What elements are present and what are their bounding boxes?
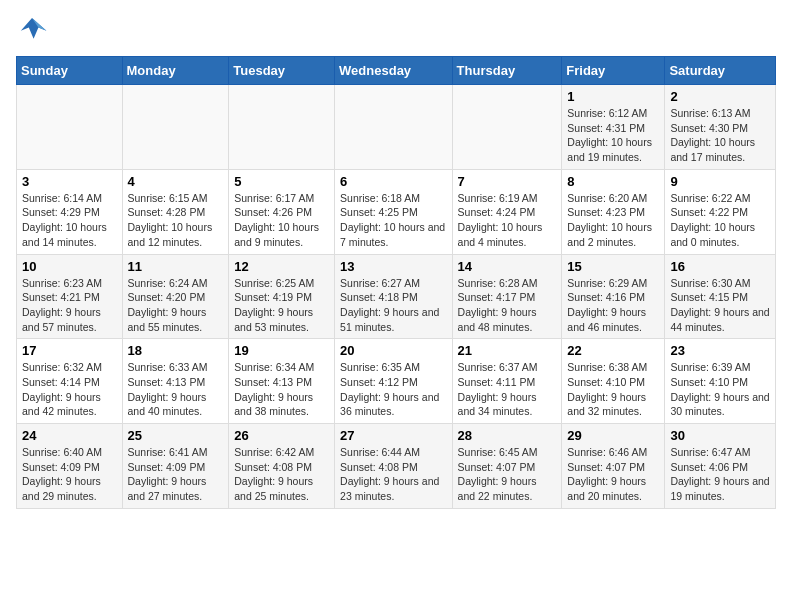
calendar-cell bbox=[452, 85, 562, 170]
day-number: 24 bbox=[22, 428, 117, 443]
day-info: Sunrise: 6:22 AM Sunset: 4:22 PM Dayligh… bbox=[670, 191, 770, 250]
day-info: Sunrise: 6:30 AM Sunset: 4:15 PM Dayligh… bbox=[670, 276, 770, 335]
calendar-cell: 7Sunrise: 6:19 AM Sunset: 4:24 PM Daylig… bbox=[452, 169, 562, 254]
calendar-row: 3Sunrise: 6:14 AM Sunset: 4:29 PM Daylig… bbox=[17, 169, 776, 254]
day-info: Sunrise: 6:32 AM Sunset: 4:14 PM Dayligh… bbox=[22, 360, 117, 419]
calendar-cell bbox=[335, 85, 453, 170]
calendar-cell: 16Sunrise: 6:30 AM Sunset: 4:15 PM Dayli… bbox=[665, 254, 776, 339]
calendar-cell: 17Sunrise: 6:32 AM Sunset: 4:14 PM Dayli… bbox=[17, 339, 123, 424]
col-header-wednesday: Wednesday bbox=[335, 57, 453, 85]
day-info: Sunrise: 6:46 AM Sunset: 4:07 PM Dayligh… bbox=[567, 445, 659, 504]
calendar-cell bbox=[229, 85, 335, 170]
day-info: Sunrise: 6:29 AM Sunset: 4:16 PM Dayligh… bbox=[567, 276, 659, 335]
day-info: Sunrise: 6:38 AM Sunset: 4:10 PM Dayligh… bbox=[567, 360, 659, 419]
day-info: Sunrise: 6:25 AM Sunset: 4:19 PM Dayligh… bbox=[234, 276, 329, 335]
day-number: 7 bbox=[458, 174, 557, 189]
day-number: 15 bbox=[567, 259, 659, 274]
day-number: 4 bbox=[128, 174, 224, 189]
day-number: 6 bbox=[340, 174, 447, 189]
day-info: Sunrise: 6:12 AM Sunset: 4:31 PM Dayligh… bbox=[567, 106, 659, 165]
calendar-cell: 13Sunrise: 6:27 AM Sunset: 4:18 PM Dayli… bbox=[335, 254, 453, 339]
day-info: Sunrise: 6:39 AM Sunset: 4:10 PM Dayligh… bbox=[670, 360, 770, 419]
day-number: 8 bbox=[567, 174, 659, 189]
day-number: 3 bbox=[22, 174, 117, 189]
calendar-cell: 30Sunrise: 6:47 AM Sunset: 4:06 PM Dayli… bbox=[665, 424, 776, 509]
calendar-row: 10Sunrise: 6:23 AM Sunset: 4:21 PM Dayli… bbox=[17, 254, 776, 339]
header bbox=[16, 16, 776, 44]
calendar-cell: 6Sunrise: 6:18 AM Sunset: 4:25 PM Daylig… bbox=[335, 169, 453, 254]
day-info: Sunrise: 6:47 AM Sunset: 4:06 PM Dayligh… bbox=[670, 445, 770, 504]
day-info: Sunrise: 6:45 AM Sunset: 4:07 PM Dayligh… bbox=[458, 445, 557, 504]
header-row: SundayMondayTuesdayWednesdayThursdayFrid… bbox=[17, 57, 776, 85]
day-info: Sunrise: 6:19 AM Sunset: 4:24 PM Dayligh… bbox=[458, 191, 557, 250]
day-info: Sunrise: 6:14 AM Sunset: 4:29 PM Dayligh… bbox=[22, 191, 117, 250]
calendar-cell: 3Sunrise: 6:14 AM Sunset: 4:29 PM Daylig… bbox=[17, 169, 123, 254]
day-number: 21 bbox=[458, 343, 557, 358]
calendar-cell: 19Sunrise: 6:34 AM Sunset: 4:13 PM Dayli… bbox=[229, 339, 335, 424]
calendar-cell: 27Sunrise: 6:44 AM Sunset: 4:08 PM Dayli… bbox=[335, 424, 453, 509]
day-number: 11 bbox=[128, 259, 224, 274]
calendar-cell: 23Sunrise: 6:39 AM Sunset: 4:10 PM Dayli… bbox=[665, 339, 776, 424]
calendar-cell: 21Sunrise: 6:37 AM Sunset: 4:11 PM Dayli… bbox=[452, 339, 562, 424]
day-info: Sunrise: 6:18 AM Sunset: 4:25 PM Dayligh… bbox=[340, 191, 447, 250]
calendar-cell: 25Sunrise: 6:41 AM Sunset: 4:09 PM Dayli… bbox=[122, 424, 229, 509]
day-number: 17 bbox=[22, 343, 117, 358]
day-info: Sunrise: 6:17 AM Sunset: 4:26 PM Dayligh… bbox=[234, 191, 329, 250]
calendar-cell: 29Sunrise: 6:46 AM Sunset: 4:07 PM Dayli… bbox=[562, 424, 665, 509]
day-info: Sunrise: 6:44 AM Sunset: 4:08 PM Dayligh… bbox=[340, 445, 447, 504]
col-header-thursday: Thursday bbox=[452, 57, 562, 85]
day-info: Sunrise: 6:33 AM Sunset: 4:13 PM Dayligh… bbox=[128, 360, 224, 419]
day-number: 27 bbox=[340, 428, 447, 443]
day-info: Sunrise: 6:37 AM Sunset: 4:11 PM Dayligh… bbox=[458, 360, 557, 419]
day-number: 22 bbox=[567, 343, 659, 358]
day-info: Sunrise: 6:24 AM Sunset: 4:20 PM Dayligh… bbox=[128, 276, 224, 335]
calendar-cell: 18Sunrise: 6:33 AM Sunset: 4:13 PM Dayli… bbox=[122, 339, 229, 424]
calendar-cell: 28Sunrise: 6:45 AM Sunset: 4:07 PM Dayli… bbox=[452, 424, 562, 509]
day-number: 26 bbox=[234, 428, 329, 443]
calendar-cell: 2Sunrise: 6:13 AM Sunset: 4:30 PM Daylig… bbox=[665, 85, 776, 170]
col-header-tuesday: Tuesday bbox=[229, 57, 335, 85]
day-info: Sunrise: 6:35 AM Sunset: 4:12 PM Dayligh… bbox=[340, 360, 447, 419]
day-info: Sunrise: 6:28 AM Sunset: 4:17 PM Dayligh… bbox=[458, 276, 557, 335]
day-number: 13 bbox=[340, 259, 447, 274]
calendar-cell: 20Sunrise: 6:35 AM Sunset: 4:12 PM Dayli… bbox=[335, 339, 453, 424]
day-number: 10 bbox=[22, 259, 117, 274]
calendar-cell: 24Sunrise: 6:40 AM Sunset: 4:09 PM Dayli… bbox=[17, 424, 123, 509]
calendar-cell: 5Sunrise: 6:17 AM Sunset: 4:26 PM Daylig… bbox=[229, 169, 335, 254]
day-info: Sunrise: 6:27 AM Sunset: 4:18 PM Dayligh… bbox=[340, 276, 447, 335]
day-number: 14 bbox=[458, 259, 557, 274]
day-number: 12 bbox=[234, 259, 329, 274]
col-header-friday: Friday bbox=[562, 57, 665, 85]
day-number: 5 bbox=[234, 174, 329, 189]
calendar-cell: 26Sunrise: 6:42 AM Sunset: 4:08 PM Dayli… bbox=[229, 424, 335, 509]
day-number: 16 bbox=[670, 259, 770, 274]
day-info: Sunrise: 6:34 AM Sunset: 4:13 PM Dayligh… bbox=[234, 360, 329, 419]
day-number: 19 bbox=[234, 343, 329, 358]
day-info: Sunrise: 6:41 AM Sunset: 4:09 PM Dayligh… bbox=[128, 445, 224, 504]
calendar-cell: 14Sunrise: 6:28 AM Sunset: 4:17 PM Dayli… bbox=[452, 254, 562, 339]
calendar-cell: 4Sunrise: 6:15 AM Sunset: 4:28 PM Daylig… bbox=[122, 169, 229, 254]
calendar-row: 1Sunrise: 6:12 AM Sunset: 4:31 PM Daylig… bbox=[17, 85, 776, 170]
logo-icon bbox=[16, 16, 48, 44]
col-header-saturday: Saturday bbox=[665, 57, 776, 85]
calendar-cell bbox=[122, 85, 229, 170]
calendar-cell bbox=[17, 85, 123, 170]
day-number: 20 bbox=[340, 343, 447, 358]
day-info: Sunrise: 6:15 AM Sunset: 4:28 PM Dayligh… bbox=[128, 191, 224, 250]
calendar-cell: 22Sunrise: 6:38 AM Sunset: 4:10 PM Dayli… bbox=[562, 339, 665, 424]
day-info: Sunrise: 6:13 AM Sunset: 4:30 PM Dayligh… bbox=[670, 106, 770, 165]
calendar-cell: 12Sunrise: 6:25 AM Sunset: 4:19 PM Dayli… bbox=[229, 254, 335, 339]
day-number: 1 bbox=[567, 89, 659, 104]
day-info: Sunrise: 6:40 AM Sunset: 4:09 PM Dayligh… bbox=[22, 445, 117, 504]
col-header-sunday: Sunday bbox=[17, 57, 123, 85]
calendar-table: SundayMondayTuesdayWednesdayThursdayFrid… bbox=[16, 56, 776, 509]
day-number: 25 bbox=[128, 428, 224, 443]
day-number: 28 bbox=[458, 428, 557, 443]
day-number: 29 bbox=[567, 428, 659, 443]
day-info: Sunrise: 6:23 AM Sunset: 4:21 PM Dayligh… bbox=[22, 276, 117, 335]
day-info: Sunrise: 6:20 AM Sunset: 4:23 PM Dayligh… bbox=[567, 191, 659, 250]
calendar-row: 17Sunrise: 6:32 AM Sunset: 4:14 PM Dayli… bbox=[17, 339, 776, 424]
calendar-row: 24Sunrise: 6:40 AM Sunset: 4:09 PM Dayli… bbox=[17, 424, 776, 509]
calendar-cell: 10Sunrise: 6:23 AM Sunset: 4:21 PM Dayli… bbox=[17, 254, 123, 339]
logo bbox=[16, 16, 52, 44]
